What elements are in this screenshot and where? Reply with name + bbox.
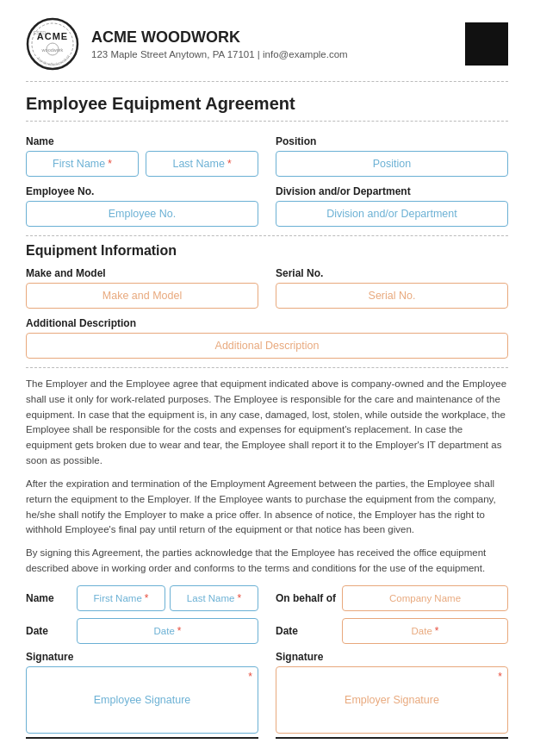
employee-signature-col: Name First Name * Last Name * Date Date [26,585,258,739]
employee-sig-name-label: Name [26,592,71,604]
additional-desc-input[interactable]: Additional Description [26,333,508,359]
employee-no-input[interactable]: Employee No. [26,201,258,227]
position-label: Position [276,135,508,147]
name-position-row: Name First Name * Last Name * Position P… [26,135,508,177]
employee-sig-date-label: Date [26,625,71,637]
header-image-placeholder [465,22,508,66]
employer-date-label: Date [276,625,336,637]
employee-sig-last-name[interactable]: Last Name * [170,585,258,611]
logo: ACME woodwork ESTD handcrafted product [26,17,79,71]
equipment-section-title: Equipment Information [26,235,508,259]
make-model-group: Make and Model Make and Model [26,267,258,309]
division-group: Division and/or Department Division and/… [276,185,508,227]
name-group: Name First Name * Last Name * [26,135,258,177]
division-input[interactable]: Division and/or Department [276,201,508,227]
additional-desc-label: Additional Description [26,317,508,329]
employer-signature-label: Signature [276,651,508,663]
employee-no-group: Employee No. Employee No. [26,185,258,227]
employee-no-label: Employee No. [26,185,258,197]
employee-no-division-row: Employee No. Employee No. Division and/o… [26,185,508,227]
employee-sig-name-row: Name First Name * Last Name * [26,585,258,611]
page: ACME woodwork ESTD handcrafted product A… [0,0,534,756]
serial-group: Serial No. Serial No. [276,267,508,309]
employer-signature-col: On behalf of Company Name Date Date * Si… [276,585,508,739]
name-fields: First Name * Last Name * [26,151,258,177]
company-info: ACME WOODWORK 123 Maple Street Anytown, … [91,28,465,59]
last-name-input[interactable]: Last Name * [146,151,258,177]
employer-behalf-row: On behalf of Company Name [276,585,508,611]
additional-desc-group: Additional Description Additional Descri… [26,317,508,359]
make-model-serial-row: Make and Model Make and Model Serial No.… [26,267,508,309]
employee-sig-date[interactable]: Date * [77,618,258,644]
employee-signature-box[interactable]: * Employee Signature [26,666,258,734]
employee-sig-date-row: Date Date * [26,618,258,644]
position-group: Position Position [276,135,508,177]
serial-input[interactable]: Serial No. [276,283,508,309]
name-label: Name [26,135,258,147]
company-name: ACME WOODWORK [91,28,465,47]
employer-sig-divider [276,737,508,739]
svg-point-0 [28,19,78,69]
employer-behalf-label: On behalf of [276,592,336,604]
agreement-paragraph-3: By signing this Agreement, the parties a… [26,546,508,577]
agreement-paragraph-1: The Employer and the Employee agree that… [26,377,508,469]
svg-text:ESTD: ESTD [34,30,47,35]
document-title: Employee Equipment Agreement [26,94,508,122]
agreement-paragraph-2: After the expiration and termination of … [26,477,508,538]
employer-date-row: Date Date * [276,618,508,644]
employer-company-name[interactable]: Company Name [342,585,508,611]
employer-signature-box[interactable]: * Employer Signature [276,666,508,734]
make-model-input[interactable]: Make and Model [26,283,258,309]
position-input[interactable]: Position [276,151,508,177]
employee-sig-divider [26,737,258,739]
signature-section: Name First Name * Last Name * Date Date [26,585,508,739]
header: ACME woodwork ESTD handcrafted product A… [26,17,508,82]
make-model-label: Make and Model [26,267,258,279]
employee-signature-label: Signature [26,651,258,663]
first-name-input[interactable]: First Name * [26,151,139,177]
company-address: 123 Maple Street Anytown, PA 17101 | inf… [91,49,465,59]
svg-text:woodwork: woodwork [41,47,64,53]
division-label: Division and/or Department [276,185,508,197]
employer-date[interactable]: Date * [342,618,508,644]
serial-label: Serial No. [276,267,508,279]
employee-sig-name-fields: First Name * Last Name * [77,585,258,611]
employee-sig-first-name[interactable]: First Name * [77,585,165,611]
separator-1 [26,367,508,368]
